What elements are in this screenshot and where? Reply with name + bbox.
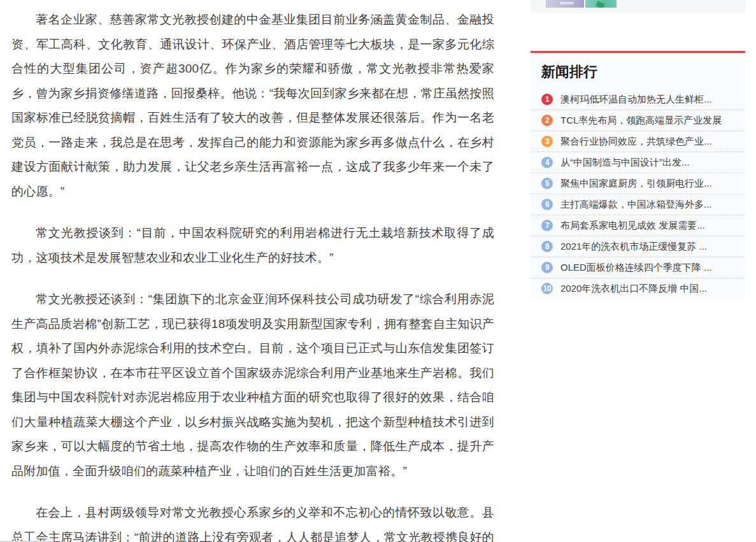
news-rank-item[interactable]: 7布局套系家电初见成效 发展需要... xyxy=(531,215,745,236)
right-sidebar: 新闻排行 1澳柯玛低环温自动加热无人生鲜柜...2TCL率先布局，领跑高端显示产… xyxy=(531,0,745,299)
news-ranking-panel: 新闻排行 1澳柯玛低环温自动加热无人生鲜柜...2TCL率先布局，领跑高端显示产… xyxy=(531,53,745,299)
news-rank-item[interactable]: 5聚焦中国家庭厨房，引领厨电行业... xyxy=(531,173,745,194)
news-rank-item[interactable]: 6主打高端爆款，中国冰箱登海外多... xyxy=(531,194,745,215)
article-paragraph: 在会上，县村两级领导对常文光教授心系家乡的义举和不忘初心的情怀致以敬意。县总工会… xyxy=(11,501,494,542)
ad-container xyxy=(531,0,745,13)
ad-tile-left xyxy=(546,0,584,8)
ad-tile-right xyxy=(585,0,617,8)
news-item-title[interactable]: OLED面板价格连续四个季度下降 ... xyxy=(560,262,712,274)
rank-number-badge: 5 xyxy=(541,178,553,189)
article-paragraph: 常文光教授还谈到：“集团旗下的北京金亚润环保科技公司成功研发了“综合利用赤泥生产… xyxy=(11,287,494,483)
gem-graphic xyxy=(594,0,605,8)
article-paragraph: 著名企业家、慈善家常文光教授创建的中金基业集团目前业务涵盖黄金制品、金融投资、军… xyxy=(11,8,494,204)
rank-number-badge: 3 xyxy=(541,136,553,147)
news-item-title[interactable]: 聚合行业协同效应，共筑绿色产业... xyxy=(560,136,712,148)
news-rank-item[interactable]: 102020年洗衣机出口不降反增 中国... xyxy=(531,278,745,299)
rank-number-badge: 10 xyxy=(541,283,553,294)
news-rank-item[interactable]: 82021年的洗衣机市场正缓慢复苏 ... xyxy=(531,236,745,257)
news-item-title[interactable]: 澳柯玛低环温自动加热无人生鲜柜... xyxy=(560,94,712,106)
news-ranking-list: 1澳柯玛低环温自动加热无人生鲜柜...2TCL率先布局，领跑高端显示产业发展3聚… xyxy=(531,89,745,299)
news-item-title[interactable]: 2020年洗衣机出口不降反增 中国... xyxy=(560,283,707,295)
news-item-title[interactable]: TCL率先布局，领跑高端显示产业发展 xyxy=(560,115,722,127)
news-rank-item[interactable]: 4从“中国制造与中国设计”出发... xyxy=(531,152,745,173)
news-item-title[interactable]: 布局套系家电初见成效 发展需要... xyxy=(560,220,705,232)
news-ranking-title: 新闻排行 xyxy=(541,64,745,80)
rank-number-badge: 1 xyxy=(541,94,553,105)
news-rank-item[interactable]: 1澳柯玛低环温自动加热无人生鲜柜... xyxy=(531,89,745,110)
rank-number-badge: 4 xyxy=(541,157,553,168)
news-item-title[interactable]: 从“中国制造与中国设计”出发... xyxy=(560,157,690,169)
rank-number-badge: 2 xyxy=(541,115,553,126)
news-rank-item[interactable]: 2TCL率先布局，领跑高端显示产业发展 xyxy=(531,110,745,131)
news-rank-item[interactable]: 3聚合行业协同效应，共筑绿色产业... xyxy=(531,131,745,152)
rank-number-badge: 9 xyxy=(541,262,553,273)
article-paragraph: 常文光教授谈到：“目前，中国农科院研究的利用岩棉进行无土栽培新技术取得了成功，这… xyxy=(11,221,494,270)
news-rank-item[interactable]: 9OLED面板价格连续四个季度下降 ... xyxy=(531,257,745,278)
article-body: 著名企业家、慈善家常文光教授创建的中金基业集团目前业务涵盖黄金制品、金融投资、军… xyxy=(11,8,494,542)
ad-banner-image[interactable] xyxy=(546,0,617,8)
news-item-title[interactable]: 聚焦中国家庭厨房，引领厨电行业... xyxy=(560,178,712,190)
news-item-title[interactable]: 2021年的洗衣机市场正缓慢复苏 ... xyxy=(560,241,707,253)
rank-number-badge: 6 xyxy=(541,199,553,210)
rank-number-badge: 8 xyxy=(541,241,553,252)
news-item-title[interactable]: 主打高端爆款，中国冰箱登海外多... xyxy=(560,199,712,211)
rank-number-badge: 7 xyxy=(541,220,553,231)
